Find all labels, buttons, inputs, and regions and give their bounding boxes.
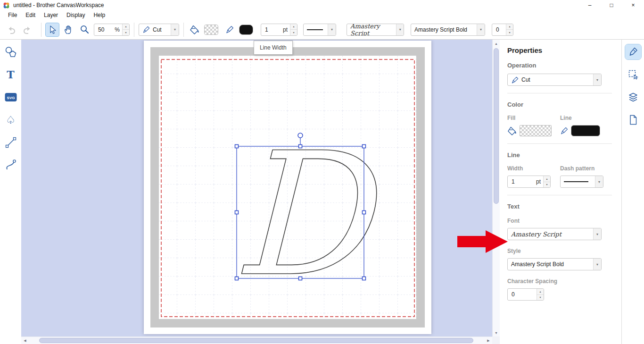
line-width-input-toolbar[interactable]: 1 pt ▴ ▾ bbox=[261, 24, 297, 36]
line-width-value: 1 bbox=[508, 178, 515, 185]
font-label: Font bbox=[507, 218, 612, 224]
vertical-scroll-thumb[interactable] bbox=[494, 48, 499, 204]
undo-button[interactable] bbox=[5, 23, 18, 36]
dash-pattern-dropdown[interactable]: ▾ bbox=[560, 176, 603, 188]
select-tool-button[interactable] bbox=[46, 23, 59, 36]
menu-display[interactable]: Display bbox=[62, 12, 89, 18]
scroll-down-button[interactable]: ▼ bbox=[493, 329, 500, 336]
selection-handle-e[interactable] bbox=[363, 211, 366, 214]
zoom-spin-down-button[interactable]: ▾ bbox=[123, 30, 129, 35]
operation-dropdown-toolbar[interactable]: Cut ▾ bbox=[139, 24, 179, 36]
scroll-left-button[interactable]: ◀ bbox=[21, 337, 29, 344]
line-width-spin-up-button[interactable]: ▴ bbox=[290, 24, 297, 30]
dash-pattern-label: Dash pattern bbox=[560, 165, 603, 172]
character-spacing-spin-up-button[interactable]: ▴ bbox=[537, 289, 544, 295]
redo-button[interactable] bbox=[21, 23, 34, 36]
selection-handle-nw[interactable] bbox=[235, 145, 239, 148]
fill-color-swatch[interactable] bbox=[520, 125, 552, 136]
chevron-down-icon[interactable]: ▾ bbox=[593, 228, 601, 240]
line-width-spin-down-button[interactable]: ▾ bbox=[544, 182, 550, 188]
title-bar: untitled - Brother CanvasWorkspace – □ × bbox=[0, 0, 644, 10]
chevron-down-icon[interactable]: ▾ bbox=[595, 176, 603, 187]
pan-tool-button[interactable] bbox=[62, 23, 75, 36]
line-width-spinner: ▴ ▾ bbox=[290, 24, 297, 35]
chevron-down-icon[interactable]: ▾ bbox=[396, 24, 404, 35]
dash-pattern-sample bbox=[564, 181, 588, 182]
chevron-down-icon[interactable]: ▾ bbox=[171, 24, 179, 35]
selection-handle-sw[interactable] bbox=[235, 277, 239, 280]
character-spacing-spinner: ▴ ▾ bbox=[537, 289, 544, 300]
line-width-unit: pt bbox=[283, 26, 290, 33]
selection-handle-n[interactable] bbox=[299, 145, 302, 148]
edit-transform-tab-button[interactable] bbox=[625, 67, 641, 82]
horizontal-scrollbar[interactable]: ◀ ▶ bbox=[21, 336, 492, 344]
character-spacing-input[interactable]: 0 ▴ ▾ bbox=[507, 288, 544, 301]
horizontal-scroll-thumb[interactable] bbox=[39, 338, 473, 343]
line-pen-icon bbox=[560, 126, 569, 135]
scroll-up-button[interactable]: ▲ bbox=[493, 40, 500, 47]
paint-bucket-icon bbox=[190, 25, 200, 35]
insert-pattern-tool-button[interactable]: ♤ bbox=[2, 111, 19, 128]
magnifier-icon bbox=[80, 25, 90, 34]
canvas-area[interactable]: D bbox=[21, 40, 500, 344]
line-width-spin-down-button[interactable]: ▾ bbox=[290, 30, 297, 35]
character-spacing-spin-down-button[interactable]: ▾ bbox=[537, 295, 544, 301]
char-spacing-spin-down-button[interactable]: ▾ bbox=[506, 30, 513, 35]
char-spacing-input-toolbar[interactable]: 0 ▴ ▾ bbox=[492, 24, 513, 36]
layers-tab-button[interactable] bbox=[625, 90, 641, 105]
font-dropdown-toolbar[interactable]: Amastery Script ▾ bbox=[347, 24, 404, 36]
zoom-spin-up-button[interactable]: ▴ bbox=[123, 24, 129, 30]
close-button[interactable]: × bbox=[622, 0, 644, 10]
operation-dropdown[interactable]: Cut ▾ bbox=[507, 74, 602, 86]
zoom-level-input[interactable]: 50 % ▴ ▾ bbox=[94, 24, 130, 36]
design-canvas[interactable]: D bbox=[159, 56, 416, 319]
properties-tab-button[interactable] bbox=[625, 44, 641, 59]
vertical-scrollbar[interactable]: ▲ ▼ bbox=[492, 40, 500, 336]
menu-file[interactable]: File bbox=[4, 12, 21, 18]
font-dropdown[interactable]: Amastery Script ▾ bbox=[507, 228, 602, 240]
chevron-down-icon[interactable]: ▾ bbox=[328, 24, 336, 35]
chevron-down-icon[interactable]: ▾ bbox=[593, 259, 601, 270]
text-tool-button[interactable]: T bbox=[2, 66, 19, 83]
selection-handle-s[interactable] bbox=[299, 277, 302, 280]
fill-color-button[interactable] bbox=[188, 23, 201, 36]
annotation-arrow-icon bbox=[457, 229, 509, 254]
minimize-button[interactable]: – bbox=[579, 0, 601, 10]
chevron-down-icon[interactable]: ▾ bbox=[477, 24, 485, 35]
line-width-input[interactable]: 1 pt ▴ ▾ bbox=[507, 176, 551, 188]
zoom-value: 50 bbox=[94, 26, 104, 33]
chevron-down-icon[interactable]: ▾ bbox=[593, 74, 601, 85]
insert-shape-tool-button[interactable] bbox=[2, 43, 19, 60]
line-width-spin-up-button[interactable]: ▴ bbox=[544, 176, 550, 182]
fill-color-swatch[interactable] bbox=[204, 25, 218, 35]
char-spacing-spin-up-button[interactable]: ▴ bbox=[506, 24, 513, 30]
line-color-button[interactable] bbox=[223, 23, 236, 36]
properties-panel: Properties Operation Cut ▾ Color Fill bbox=[500, 40, 621, 344]
line-color-swatch[interactable] bbox=[571, 125, 600, 136]
zoom-tool-button[interactable] bbox=[78, 23, 91, 36]
width-label: Width bbox=[507, 165, 560, 172]
line-width-unit: pt bbox=[536, 178, 543, 185]
selection-handle-se[interactable] bbox=[363, 277, 366, 280]
menu-edit[interactable]: Edit bbox=[21, 12, 40, 18]
scroll-right-button[interactable]: ▶ bbox=[485, 337, 492, 344]
selection-handle-w[interactable] bbox=[235, 211, 239, 214]
color-section-label: Color bbox=[507, 101, 612, 108]
menu-help[interactable]: Help bbox=[89, 12, 109, 18]
layers-icon bbox=[627, 92, 639, 103]
line-style-dropdown-toolbar[interactable]: ▾ bbox=[303, 24, 336, 36]
rotation-handle[interactable] bbox=[298, 133, 303, 138]
font-style-dropdown-toolbar[interactable]: Amastery Script Bold ▾ bbox=[411, 24, 485, 36]
selection-handle-ne[interactable] bbox=[363, 145, 366, 148]
operation-value: Cut bbox=[521, 76, 530, 83]
maximize-button[interactable]: □ bbox=[601, 0, 622, 10]
page-tab-button[interactable] bbox=[625, 112, 641, 127]
line-color-swatch[interactable] bbox=[239, 25, 253, 35]
character-spacing-label: Character Spacing bbox=[507, 278, 612, 285]
menu-layer[interactable]: Layer bbox=[40, 12, 62, 18]
svg-import-button[interactable]: SVG bbox=[2, 89, 19, 106]
font-style-dropdown[interactable]: Amastery Script Bold ▾ bbox=[507, 258, 602, 270]
line-tool-button[interactable] bbox=[2, 134, 19, 151]
selected-text-object[interactable]: D bbox=[232, 116, 384, 314]
curve-tool-button[interactable] bbox=[2, 157, 19, 174]
